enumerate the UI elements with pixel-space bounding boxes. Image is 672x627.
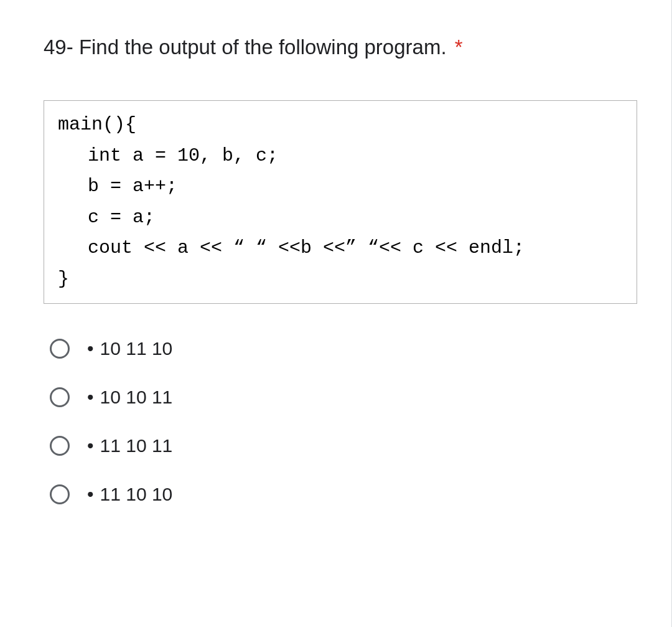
option-label: 11 10 10 [100,484,173,505]
option-2[interactable]: • 10 10 11 [50,387,637,408]
radio-icon [50,387,70,407]
radio-icon [50,436,70,456]
code-line-3: b = a++; [88,171,624,202]
required-asterisk: * [455,35,463,59]
option-label: 10 10 11 [100,387,173,408]
question-number: 49- [44,35,73,59]
quiz-question-card: 49- Find the output of the following pro… [0,0,672,627]
code-block: main(){ int a = 10, b, c; b = a++; c = a… [44,100,637,304]
bullet-icon: • [87,387,94,408]
option-label: 10 11 10 [100,338,173,359]
option-3[interactable]: • 11 10 11 [50,435,637,456]
bullet-icon: • [87,338,94,359]
radio-icon [50,339,70,359]
code-line-6: } [58,264,624,295]
option-4[interactable]: • 11 10 10 [50,484,637,505]
bullet-icon: • [87,484,94,505]
options-group: • 10 11 10 • 10 10 11 • 11 10 11 • 11 10… [44,338,637,505]
code-line-4: c = a; [88,202,624,233]
option-1[interactable]: • 10 11 10 [50,338,637,359]
bullet-icon: • [87,435,94,456]
code-line-5: cout << a << “ “ <<b <<” “<< c << endl; [88,233,624,264]
option-label: 11 10 11 [100,435,173,456]
code-line-1: main(){ [58,110,624,141]
question-title: 49- Find the output of the following pro… [44,31,637,63]
question-text: Find the output of the following program… [79,35,447,59]
code-line-2: int a = 10, b, c; [88,141,624,172]
radio-icon [50,484,70,504]
